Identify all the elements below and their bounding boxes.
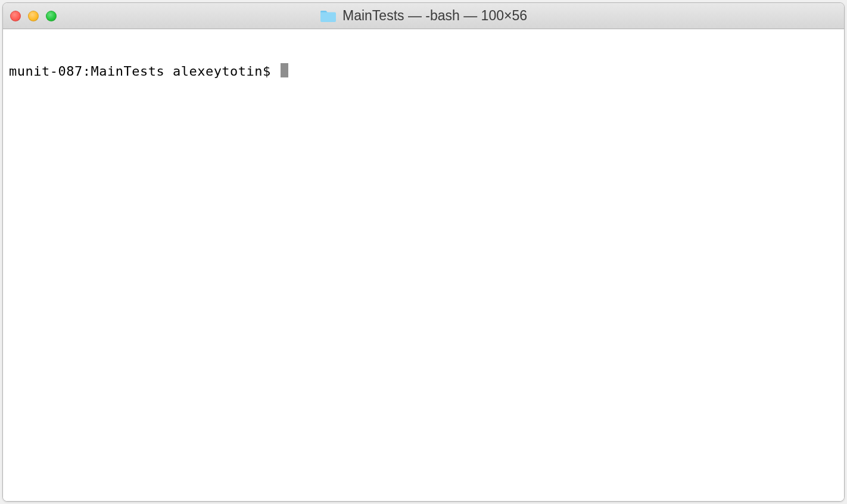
shell-prompt: munit-087:MainTests alexeytotin$	[9, 64, 279, 79]
traffic-lights-group	[10, 11, 57, 21]
maximize-button[interactable]	[46, 11, 57, 21]
prompt-line: munit-087:MainTests alexeytotin$	[9, 61, 838, 79]
window-title-text: MainTests — -bash — 100×56	[342, 8, 527, 24]
close-button[interactable]	[10, 11, 21, 21]
terminal-window: MainTests — -bash — 100×56 munit-087:Mai…	[2, 2, 845, 502]
minimize-button[interactable]	[28, 11, 39, 21]
terminal-body[interactable]: munit-087:MainTests alexeytotin$	[3, 29, 844, 501]
folder-icon	[320, 10, 337, 23]
window-titlebar[interactable]: MainTests — -bash — 100×56	[3, 3, 844, 29]
window-title-container: MainTests — -bash — 100×56	[320, 8, 527, 24]
text-cursor	[281, 63, 288, 77]
